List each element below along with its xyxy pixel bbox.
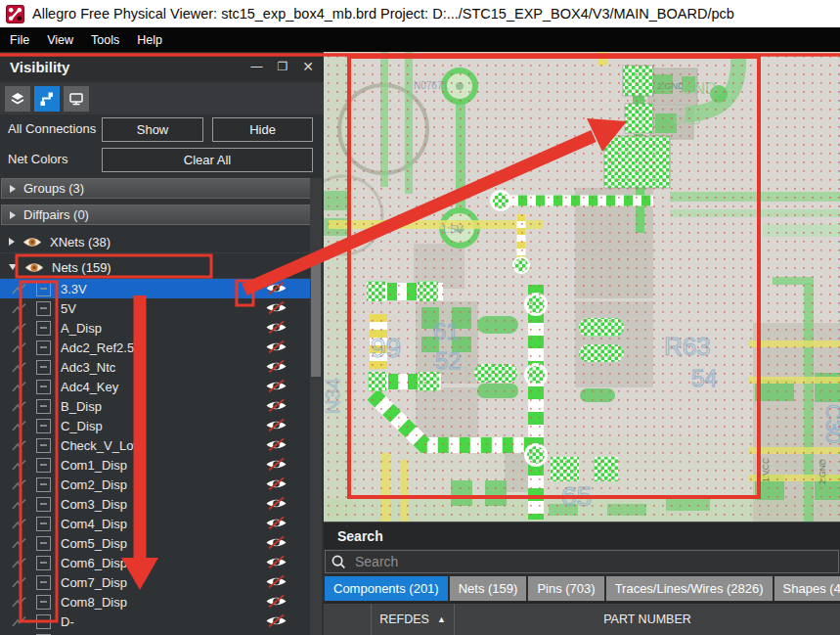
eye-slash-icon[interactable] xyxy=(265,574,287,593)
list-item-net[interactable]: Com7_Disp xyxy=(0,572,310,592)
net-checkbox[interactable] xyxy=(36,438,51,453)
tab-pins[interactable]: Pins (703) xyxy=(528,576,603,601)
column-part-number[interactable]: PART NUMBER xyxy=(455,604,840,635)
net-wire-icon xyxy=(11,341,27,354)
eye-slash-icon[interactable] xyxy=(265,379,287,397)
close-icon[interactable]: ✕ xyxy=(302,59,314,74)
menu-view[interactable]: View xyxy=(47,33,73,47)
search-box[interactable] xyxy=(325,550,839,573)
net-checkbox[interactable] xyxy=(36,556,51,570)
layers-filter-button[interactable] xyxy=(5,86,30,112)
eye-slash-icon[interactable] xyxy=(265,398,287,417)
net-name: B_Disp xyxy=(61,399,102,414)
net-name: Com1_Disp xyxy=(61,458,127,473)
net-checkbox[interactable] xyxy=(36,517,51,531)
net-checkbox[interactable] xyxy=(36,614,51,629)
menu-tools[interactable]: Tools xyxy=(91,33,119,47)
net-wire-icon xyxy=(11,596,27,609)
net-checkbox[interactable] xyxy=(36,380,51,394)
panel-title: Visibility xyxy=(10,59,69,75)
net-checkbox[interactable] xyxy=(36,458,51,473)
eye-slash-icon[interactable] xyxy=(265,516,287,534)
eye-slash-icon[interactable] xyxy=(265,340,287,358)
eye-icon[interactable] xyxy=(22,236,42,249)
eye-slash-icon[interactable] xyxy=(265,594,287,612)
scrollbar-thumb[interactable] xyxy=(311,259,321,377)
restore-icon[interactable]: ❐ xyxy=(278,60,288,73)
eye-icon[interactable] xyxy=(24,261,44,274)
tree-group-groups[interactable]: Groups (3) xyxy=(1,178,311,199)
eye-slash-icon[interactable] xyxy=(265,535,287,554)
eye-slash-icon[interactable] xyxy=(265,359,287,378)
net-wire-icon xyxy=(11,518,27,530)
hide-button[interactable]: Hide xyxy=(212,117,313,142)
list-item-net[interactable]: D- xyxy=(0,612,310,631)
monitor-icon xyxy=(68,91,84,107)
tab-components[interactable]: Components (201) xyxy=(325,576,448,601)
tab-shapes[interactable]: Shapes (489) xyxy=(774,576,840,601)
list-item-net[interactable]: Com6_Disp xyxy=(0,553,310,572)
minimize-icon[interactable]: — xyxy=(251,60,263,73)
list-item-net[interactable]: C_Disp xyxy=(0,416,310,435)
net-name: Adc3_Ntc xyxy=(61,360,115,375)
net-checkbox[interactable] xyxy=(36,301,51,316)
menu-help[interactable]: Help xyxy=(137,33,162,47)
clear-all-button[interactable]: Clear All xyxy=(102,148,313,172)
net-checkbox[interactable] xyxy=(36,419,51,433)
column-refdes[interactable]: REFDES ▲ xyxy=(372,604,455,635)
eye-slash-icon[interactable] xyxy=(265,476,287,495)
net-name: Com8_Disp xyxy=(61,595,127,610)
tab-nets[interactable]: Nets (159) xyxy=(450,576,527,601)
net-checkbox[interactable] xyxy=(36,340,51,355)
eye-slash-icon[interactable] xyxy=(265,555,287,573)
visibility-toolbar xyxy=(0,82,324,114)
eye-slash-icon[interactable] xyxy=(265,300,287,319)
display-filter-button[interactable] xyxy=(64,86,89,112)
list-item-net[interactable]: B_Disp xyxy=(0,396,310,416)
pcb-canvas[interactable]: N07671 1:5V 2:GND GND GND 99 61 52 65 R6… xyxy=(324,52,840,522)
search-input[interactable] xyxy=(353,553,838,570)
eye-slash-icon[interactable] xyxy=(265,437,287,456)
net-list-scrollbar[interactable] xyxy=(310,178,322,635)
menu-file[interactable]: File xyxy=(10,33,29,47)
nets-filter-button[interactable] xyxy=(34,86,60,112)
list-item-net[interactable]: Com5_Disp xyxy=(0,533,310,553)
list-item-net-partial[interactable] xyxy=(0,631,310,635)
net-checkbox[interactable] xyxy=(36,282,51,296)
net-checkbox[interactable] xyxy=(36,595,51,610)
list-item-net[interactable]: Adc3_Ntc xyxy=(0,357,310,377)
eye-slash-icon[interactable] xyxy=(265,418,287,436)
net-checkbox[interactable] xyxy=(36,360,51,375)
net-checkbox[interactable] xyxy=(36,399,51,414)
net-name: Com5_Disp xyxy=(61,536,127,551)
eye-slash-icon[interactable] xyxy=(265,320,287,339)
net-checkbox[interactable] xyxy=(36,536,51,551)
list-item-net[interactable]: 3.3V xyxy=(0,279,310,298)
eye-slash-icon[interactable] xyxy=(265,613,287,632)
list-item-net[interactable]: Com8_Disp xyxy=(0,592,310,612)
net-checkbox[interactable] xyxy=(36,321,51,336)
list-item-net[interactable]: Com4_Disp xyxy=(0,514,310,533)
list-item-net[interactable]: 5V xyxy=(0,298,310,318)
list-item-net[interactable]: Com2_Disp xyxy=(0,475,310,494)
list-item-net[interactable]: Adc2_Ref2.5V xyxy=(0,338,310,357)
menubar: File View Tools Help xyxy=(0,27,840,52)
tree-group-xnets[interactable]: XNets (38) xyxy=(0,231,311,253)
tree-group-nets[interactable]: Nets (159) xyxy=(0,256,311,279)
net-icon xyxy=(39,91,55,107)
show-button[interactable]: Show xyxy=(102,117,203,142)
list-item-net[interactable]: A_Disp xyxy=(0,318,310,338)
net-checkbox[interactable] xyxy=(36,477,51,492)
list-item-net[interactable]: Com3_Disp xyxy=(0,494,310,514)
eye-slash-icon[interactable] xyxy=(265,281,287,299)
tab-traces[interactable]: Traces/Lines/Wires (2826) xyxy=(606,576,773,601)
net-checkbox[interactable] xyxy=(36,497,51,512)
eye-slash-icon[interactable] xyxy=(265,496,287,515)
net-wire-icon xyxy=(11,615,27,628)
net-checkbox[interactable] xyxy=(36,575,51,590)
tree-group-diffpairs[interactable]: Diffpairs (0) xyxy=(1,204,311,225)
list-item-net[interactable]: Check_V_Low xyxy=(0,435,310,455)
eye-slash-icon[interactable] xyxy=(265,457,287,476)
list-item-net[interactable]: Com1_Disp xyxy=(0,455,310,475)
list-item-net[interactable]: Adc4_Key xyxy=(0,377,310,396)
